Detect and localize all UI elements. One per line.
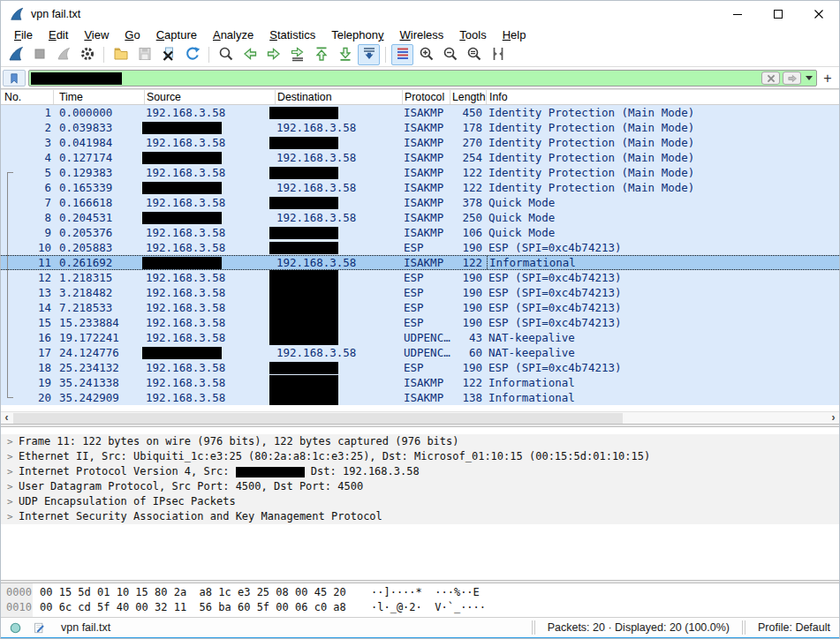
column-header-destination[interactable]: Destination xyxy=(276,90,403,104)
hex-row[interactable]: 001000 6c cd 5f 40 00 32 11 56 ba 60 5f … xyxy=(1,600,839,615)
go-first-button[interactable] xyxy=(310,44,332,65)
menu-item-go[interactable]: Go xyxy=(117,27,148,43)
auto-scroll-button[interactable] xyxy=(358,44,380,65)
menu-item-file[interactable]: File xyxy=(6,27,41,43)
packet-row[interactable]: 121.218315192.168.3.58ESP190ESP (SPI=0xc… xyxy=(1,270,839,285)
scrollbar-thumb[interactable] xyxy=(13,413,623,424)
cell-time: 24.124776 xyxy=(54,345,145,360)
expert-info-icon[interactable] xyxy=(8,620,23,635)
packet-row[interactable]: 60.165339192.168.3.58ISAKMP122Identity P… xyxy=(1,180,839,195)
packet-row[interactable]: 20.039833192.168.3.58ISAKMP178Identity P… xyxy=(1,120,839,135)
filter-dropdown-caret[interactable] xyxy=(804,76,814,80)
expand-chevron-icon[interactable]: > xyxy=(7,509,13,524)
menu-item-telephony[interactable]: Telephony xyxy=(323,27,391,43)
redaction-box xyxy=(236,467,305,477)
go-to-packet-button[interactable] xyxy=(286,44,308,65)
start-capture-button[interactable] xyxy=(4,44,26,65)
packet-row[interactable]: 80.204531192.168.3.58ISAKMP250Quick Mode xyxy=(1,210,839,225)
packet-row[interactable]: 100.205883192.168.3.58ESP190ESP (SPI=0xc… xyxy=(1,240,839,255)
reload-file-button[interactable] xyxy=(181,44,203,65)
column-header-no[interactable]: No. xyxy=(1,90,54,104)
menu-item-view[interactable]: View xyxy=(76,27,117,43)
redaction-box xyxy=(269,227,338,239)
scroll-right-arrow[interactable]: › xyxy=(828,412,839,425)
capture-options-button[interactable] xyxy=(76,44,98,65)
cell-info: Identity Protection (Main Mode) xyxy=(487,135,839,150)
go-forward-button[interactable] xyxy=(262,44,284,65)
resize-columns-button[interactable] xyxy=(487,44,509,65)
go-last-button[interactable] xyxy=(334,44,356,65)
packet-row[interactable]: 1724.124776192.168.3.58UDPENC…60NAT-keep… xyxy=(1,345,839,360)
cell-length: 190 xyxy=(450,240,487,255)
detail-row[interactable]: >Frame 11: 122 bytes on wire (976 bits),… xyxy=(1,434,839,449)
column-header-time[interactable]: Time xyxy=(54,90,145,104)
go-back-button[interactable] xyxy=(238,44,261,65)
profile-label[interactable]: Profile: Default xyxy=(758,621,830,634)
detail-row[interactable]: >User Datagram Protocol, Src Port: 4500,… xyxy=(1,479,839,494)
expand-chevron-icon[interactable]: > xyxy=(7,464,13,479)
packet-row[interactable]: 90.205376192.168.3.58ISAKMP106Quick Mode xyxy=(1,225,839,240)
shark-fin-icon xyxy=(7,45,25,65)
packet-row[interactable]: 147.218533192.168.3.58ESP190ESP (SPI=0xc… xyxy=(1,300,839,315)
packet-row[interactable]: 133.218482192.168.3.58ESP190ESP (SPI=0xc… xyxy=(1,285,839,300)
expand-chevron-icon[interactable]: > xyxy=(7,449,13,464)
packet-row[interactable]: 1825.234132192.168.3.58ESP190ESP (SPI=0x… xyxy=(1,360,839,375)
expand-chevron-icon[interactable]: > xyxy=(7,479,13,494)
display-filter-input[interactable] xyxy=(28,70,817,86)
packet-row[interactable]: 2035.242909192.168.3.58ISAKMP138Informat… xyxy=(1,390,839,405)
menu-item-edit[interactable]: Edit xyxy=(41,27,76,43)
expand-chevron-icon[interactable]: > xyxy=(7,434,13,449)
cell-source xyxy=(145,256,276,269)
menu-item-analyze[interactable]: Analyze xyxy=(205,27,261,43)
redaction-box xyxy=(269,137,338,149)
cell-time: 35.242909 xyxy=(54,390,145,405)
scroll-left-arrow[interactable]: ‹ xyxy=(1,412,12,425)
packet-row[interactable]: 70.166618192.168.3.58ISAKMP378Quick Mode xyxy=(1,195,839,210)
add-filter-button[interactable]: + xyxy=(820,70,836,87)
zoom-reset-button[interactable] xyxy=(463,44,485,65)
column-header-info[interactable]: Info xyxy=(487,90,839,104)
menu-item-tools[interactable]: Tools xyxy=(451,27,494,43)
packet-row[interactable]: 1515.233884192.168.3.58ESP190ESP (SPI=0x… xyxy=(1,315,839,330)
packet-row[interactable]: 40.127174192.168.3.58ISAKMP254Identity P… xyxy=(1,150,839,165)
capture-comment-icon[interactable] xyxy=(32,620,47,635)
minimize-button[interactable] xyxy=(717,1,758,27)
packet-row[interactable]: 50.129383192.168.3.58ISAKMP122Identity P… xyxy=(1,165,839,180)
close-button[interactable] xyxy=(798,1,839,27)
stop-capture-button[interactable] xyxy=(28,44,50,65)
detail-row[interactable]: >Ethernet II, Src: Ubiquiti_1c:e3:25 (80… xyxy=(1,449,839,464)
packet-list-hscrollbar[interactable]: ‹ › xyxy=(1,411,839,424)
clear-filter-button[interactable] xyxy=(761,71,780,85)
packet-row[interactable]: 1935.241338192.168.3.58ISAKMP122Informat… xyxy=(1,375,839,390)
column-header-protocol[interactable]: Protocol xyxy=(403,90,450,104)
cell-source: 192.168.3.58 xyxy=(145,165,276,180)
menu-item-statistics[interactable]: Statistics xyxy=(261,27,323,43)
menu-item-help[interactable]: Help xyxy=(495,27,534,43)
packet-row[interactable]: 10.000000192.168.3.58ISAKMP450Identity P… xyxy=(1,105,839,120)
packet-row[interactable]: 30.041984192.168.3.58ISAKMP270Identity P… xyxy=(1,135,839,150)
zoom-out-button[interactable] xyxy=(439,44,461,65)
detail-row[interactable]: >Internet Protocol Version 4, Src: Dst: … xyxy=(1,464,839,479)
maximize-button[interactable] xyxy=(758,1,798,27)
cell-time: 3.218482 xyxy=(54,285,145,300)
hex-row[interactable]: 000000 15 5d 01 10 15 80 2a a8 1c e3 25 … xyxy=(1,585,839,600)
filter-bookmark-button[interactable] xyxy=(3,70,26,86)
menu-item-wireless[interactable]: Wireless xyxy=(392,27,452,43)
zoom-in-button[interactable] xyxy=(415,44,437,65)
restart-capture-button[interactable] xyxy=(52,44,74,65)
close-file-button[interactable] xyxy=(157,44,179,65)
detail-row[interactable]: >UDP Encapsulation of IPsec Packets xyxy=(1,494,839,509)
expand-chevron-icon[interactable]: > xyxy=(7,494,13,509)
menu-item-capture[interactable]: Capture xyxy=(148,27,205,43)
packet-row[interactable]: 110.261692192.168.3.58ISAKMP122Informati… xyxy=(1,255,839,270)
open-file-button[interactable] xyxy=(110,44,132,65)
find-packet-button[interactable] xyxy=(215,44,237,65)
colorize-button[interactable] xyxy=(391,44,413,65)
column-header-length[interactable]: Length xyxy=(450,90,487,104)
column-header-source[interactable]: Source xyxy=(145,90,276,104)
save-file-button[interactable] xyxy=(133,44,155,65)
apply-filter-button[interactable] xyxy=(783,71,801,85)
detail-row[interactable]: >Internet Security Association and Key M… xyxy=(1,509,839,524)
packet-row[interactable]: 1619.172241192.168.3.58UDPENC…43NAT-keep… xyxy=(1,330,839,345)
redaction-box xyxy=(269,197,338,209)
